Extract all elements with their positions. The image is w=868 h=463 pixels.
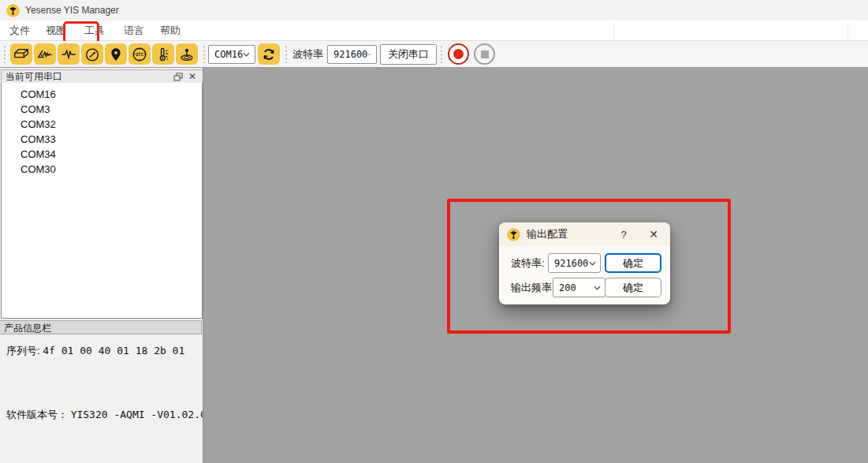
cube-icon bbox=[13, 46, 30, 63]
menu-tools[interactable]: 工具 bbox=[76, 21, 113, 41]
record-icon bbox=[453, 49, 464, 59]
location-pin-icon bbox=[107, 46, 125, 63]
output-config-dialog: 输出配置 ? ✕ 波特率: 921600 确定 输出频率: 200 确定 bbox=[499, 222, 670, 304]
dialog-help-button[interactable]: ? bbox=[615, 229, 632, 241]
serial-number-row: 序列号: 4f 01 00 40 01 18 2b 01 bbox=[6, 344, 184, 358]
port-list-item[interactable]: COM16 bbox=[2, 87, 202, 102]
baud-rate-value: 921600 bbox=[328, 49, 367, 60]
dialog-close-button[interactable]: ✕ bbox=[645, 228, 662, 241]
dialog-freq-confirm-button[interactable]: 确定 bbox=[605, 278, 661, 297]
toolbar-drag-handle[interactable] bbox=[3, 45, 6, 63]
port-list-item[interactable]: COM33 bbox=[2, 132, 202, 147]
dialog-freq-value: 200 bbox=[553, 282, 594, 293]
software-version-value: YIS320 -AQMI -V01.02.03; bbox=[71, 409, 219, 420]
gauge-button[interactable] bbox=[81, 43, 103, 65]
dialog-freq-select[interactable]: 200 bbox=[553, 278, 605, 297]
port-list-item[interactable]: COM30 bbox=[2, 162, 202, 177]
utc-clock-icon: UTC bbox=[131, 46, 148, 63]
waveform-plot-button[interactable] bbox=[58, 43, 80, 65]
window-title: Yesense YIS Manager bbox=[25, 5, 119, 16]
menubar-divider bbox=[848, 22, 848, 39]
port-list-item[interactable]: COM34 bbox=[2, 147, 202, 162]
software-version-label: 软件版本号： bbox=[6, 409, 68, 420]
ports-list: COM16 COM3 COM32 COM33 COM34 COM30 bbox=[1, 83, 203, 319]
app-logo-icon bbox=[507, 228, 520, 241]
menu-help[interactable]: 帮助 bbox=[152, 21, 188, 41]
menu-file[interactable]: 文件 bbox=[2, 21, 38, 41]
ports-panel-title: 当前可用串口 bbox=[2, 70, 171, 84]
close-panel-button[interactable]: ✕ bbox=[185, 71, 199, 82]
utc-time-button[interactable]: UTC bbox=[129, 43, 151, 65]
chevron-down-icon bbox=[367, 52, 371, 57]
port-list-item[interactable]: COM32 bbox=[2, 117, 202, 132]
menubar-divider bbox=[613, 22, 614, 39]
close-serial-button[interactable]: 关闭串口 bbox=[380, 44, 437, 65]
menu-view[interactable]: 视图 bbox=[38, 21, 74, 41]
dialog-titlebar[interactable]: 输出配置 ? ✕ bbox=[499, 222, 670, 246]
float-panel-button[interactable] bbox=[171, 71, 185, 82]
angle-waveform-icon bbox=[36, 46, 54, 63]
chevron-down-icon bbox=[589, 261, 596, 266]
menu-language[interactable]: 语言 bbox=[116, 21, 152, 41]
thermometer-icon bbox=[155, 46, 172, 63]
serial-number-label: 序列号: bbox=[6, 345, 40, 357]
gauge-icon bbox=[84, 46, 101, 63]
menubar: 文件 视图 工具 语言 帮助 bbox=[0, 21, 868, 41]
close-icon: ✕ bbox=[188, 71, 196, 82]
stop-icon bbox=[481, 50, 489, 58]
product-info-header: 产品信息栏 bbox=[0, 320, 202, 334]
float-window-icon bbox=[173, 73, 183, 81]
angle-plot-button[interactable] bbox=[34, 43, 56, 65]
toolbar: UTC COM16 bbox=[0, 41, 868, 68]
dialog-baud-value: 921600 bbox=[549, 258, 589, 269]
com-port-select[interactable]: COM16 bbox=[208, 45, 255, 64]
svg-text:UTC: UTC bbox=[136, 52, 143, 57]
dialog-title: 输出配置 bbox=[527, 227, 615, 241]
ports-panel-header: 当前可用串口 ✕ bbox=[1, 69, 203, 84]
window-titlebar: Yesense YIS Manager bbox=[0, 0, 868, 21]
dialog-baud-label: 波特率: bbox=[511, 253, 545, 273]
refresh-icon bbox=[261, 47, 277, 62]
toolbar-drag-handle[interactable] bbox=[203, 45, 206, 63]
chevron-down-icon bbox=[243, 52, 250, 57]
3d-view-button[interactable] bbox=[10, 43, 32, 65]
toolbar-drag-handle[interactable] bbox=[440, 45, 443, 63]
record-button[interactable] bbox=[448, 43, 469, 65]
stop-button[interactable] bbox=[474, 43, 495, 65]
location-button[interactable] bbox=[105, 43, 127, 65]
port-list-item[interactable]: COM3 bbox=[2, 102, 202, 117]
dialog-baud-confirm-button[interactable]: 确定 bbox=[605, 253, 661, 273]
refresh-ports-button[interactable] bbox=[258, 43, 280, 65]
com-port-value: COM16 bbox=[209, 49, 243, 60]
app-logo-icon bbox=[6, 4, 20, 17]
beacon-button[interactable] bbox=[176, 43, 198, 65]
serial-number-value: 4f 01 00 40 01 18 2b 01 bbox=[43, 345, 184, 357]
software-version-row: 软件版本号： YIS320 -AQMI -V01.02.03; bbox=[6, 408, 218, 422]
dialog-baud-select[interactable]: 921600 bbox=[548, 253, 601, 273]
toolbar-drag-handle[interactable] bbox=[285, 45, 288, 63]
baud-rate-select[interactable]: 921600 bbox=[327, 45, 377, 64]
dialog-freq-label: 输出频率: bbox=[511, 278, 555, 297]
chevron-down-icon bbox=[594, 286, 601, 290]
beacon-icon bbox=[178, 46, 196, 63]
pulse-waveform-icon bbox=[60, 46, 77, 63]
temperature-button[interactable] bbox=[152, 43, 174, 65]
